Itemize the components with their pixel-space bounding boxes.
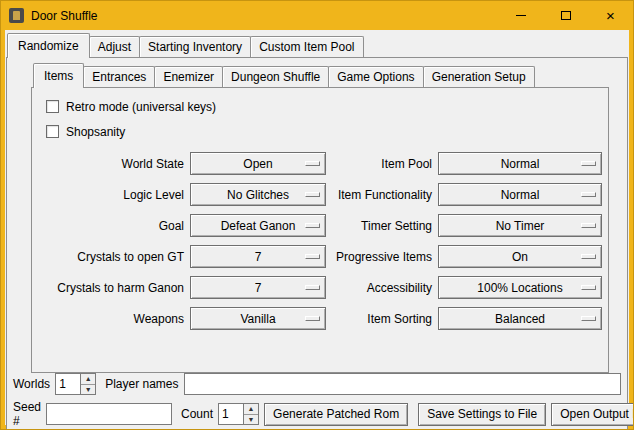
dropdown-indicator-icon [581, 161, 596, 166]
window-content: Randomize Adjust Starting Inventory Cust… [5, 30, 629, 425]
logic-level-label: Logic Level [40, 188, 186, 202]
footer-row-generate: Seed # Count ▲ ▼ Generate Patched Rom Sa… [7, 400, 627, 428]
progressive-items-dropdown[interactable]: On [438, 245, 602, 268]
save-settings-button[interactable]: Save Settings to File [418, 403, 546, 426]
items-pane: Retro mode (universal keys) Shopsanity W… [31, 87, 609, 373]
shopsanity-checkbox[interactable] [46, 125, 59, 138]
goal-label: Goal [40, 219, 186, 233]
count-stepper: ▲ ▼ [218, 403, 259, 425]
seed-input[interactable] [46, 403, 172, 425]
window-title: Door Shuffle [31, 9, 98, 23]
randomize-pane: Items Entrances Enemizer Dungeon Shuffle… [6, 57, 628, 430]
world-state-value: Open [243, 157, 272, 171]
crystals-ganon-label: Crystals to harm Ganon [40, 281, 186, 295]
retro-mode-checkbox[interactable] [46, 100, 59, 113]
tab-generation-setup[interactable]: Generation Setup [423, 66, 535, 87]
count-stepper-arrows: ▲ ▼ [243, 404, 258, 424]
retro-mode-checkbox-row[interactable]: Retro mode (universal keys) [46, 94, 600, 119]
player-names-input[interactable] [184, 373, 622, 395]
window: Door Shuffle × Randomize Adjust Starting… [0, 0, 634, 430]
item-sorting-dropdown[interactable]: Balanced [438, 307, 602, 330]
spin-down-icon[interactable]: ▼ [244, 415, 258, 425]
titlebar: Door Shuffle × [1, 1, 633, 30]
count-label: Count [181, 407, 213, 421]
goal-dropdown[interactable]: Defeat Ganon [190, 214, 326, 237]
shopsanity-label: Shopsanity [66, 125, 125, 139]
dropdown-indicator-icon [305, 316, 320, 321]
open-output-directory-button[interactable]: Open Output Directory [551, 403, 634, 426]
world-state-dropdown[interactable]: Open [190, 152, 326, 175]
progressive-items-value: On [512, 250, 528, 264]
logic-level-dropdown[interactable]: No Glitches [190, 183, 326, 206]
shopsanity-checkbox-row[interactable]: Shopsanity [46, 119, 600, 144]
timer-setting-label: Timer Setting [330, 219, 434, 233]
item-functionality-label: Item Functionality [330, 188, 434, 202]
app-icon [9, 8, 24, 23]
crystals-ganon-value: 7 [255, 281, 262, 295]
accessibility-label: Accessibility [330, 281, 434, 295]
dropdown-indicator-icon [305, 192, 320, 197]
item-pool-dropdown[interactable]: Normal [438, 152, 602, 175]
inner-tab-bar: Items Entrances Enemizer Dungeon Shuffle… [31, 63, 609, 87]
crystals-gt-label: Crystals to open GT [40, 250, 186, 264]
worlds-stepper-arrows: ▲ ▼ [80, 374, 95, 394]
tab-adjust[interactable]: Adjust [89, 36, 140, 57]
dropdown-indicator-icon [305, 285, 320, 290]
item-sorting-label: Item Sorting [330, 312, 434, 326]
tab-enemizer[interactable]: Enemizer [154, 66, 223, 87]
spin-up-icon[interactable]: ▲ [81, 374, 95, 385]
accessibility-dropdown[interactable]: 100% Locations [438, 276, 602, 299]
worlds-input[interactable] [56, 374, 80, 394]
crystals-ganon-dropdown[interactable]: 7 [190, 276, 326, 299]
item-sorting-value: Balanced [495, 312, 545, 326]
tab-randomize[interactable]: Randomize [7, 33, 90, 58]
timer-setting-value: No Timer [496, 219, 545, 233]
dropdown-indicator-icon [581, 192, 596, 197]
inner-notebook: Items Entrances Enemizer Dungeon Shuffle… [31, 63, 609, 373]
close-button[interactable]: × [588, 1, 633, 30]
tab-dungeon-shuffle[interactable]: Dungeon Shuffle [222, 66, 329, 87]
minimize-button[interactable] [498, 1, 543, 30]
options-grid: World State Open Item Pool Normal Logic … [40, 152, 600, 330]
item-functionality-value: Normal [501, 188, 540, 202]
close-icon: × [606, 8, 615, 23]
tab-entrances[interactable]: Entrances [83, 66, 155, 87]
item-pool-label: Item Pool [330, 157, 434, 171]
weapons-dropdown[interactable]: Vanilla [190, 307, 326, 330]
timer-setting-dropdown[interactable]: No Timer [438, 214, 602, 237]
player-names-label: Player names [105, 377, 178, 391]
goal-value: Defeat Ganon [221, 219, 296, 233]
dropdown-indicator-icon [581, 316, 596, 321]
weapons-value: Vanilla [240, 312, 275, 326]
generate-patched-rom-button[interactable]: Generate Patched Rom [264, 403, 408, 426]
dropdown-indicator-icon [305, 161, 320, 166]
worlds-stepper: ▲ ▼ [55, 373, 96, 395]
tab-items[interactable]: Items [33, 63, 84, 88]
maximize-button[interactable] [543, 1, 588, 30]
dropdown-indicator-icon [581, 285, 596, 290]
progressive-items-label: Progressive Items [330, 250, 434, 264]
weapons-label: Weapons [40, 312, 186, 326]
tab-game-options[interactable]: Game Options [328, 66, 423, 87]
item-pool-value: Normal [501, 157, 540, 171]
minimize-icon [516, 15, 526, 16]
tab-starting-inventory[interactable]: Starting Inventory [139, 36, 251, 57]
dropdown-indicator-icon [581, 254, 596, 259]
count-input[interactable] [219, 404, 243, 424]
crystals-gt-value: 7 [255, 250, 262, 264]
retro-mode-label: Retro mode (universal keys) [66, 100, 216, 114]
accessibility-value: 100% Locations [477, 281, 562, 295]
crystals-gt-dropdown[interactable]: 7 [190, 245, 326, 268]
outer-tab-bar: Randomize Adjust Starting Inventory Cust… [5, 33, 629, 57]
dropdown-indicator-icon [581, 223, 596, 228]
item-functionality-dropdown[interactable]: Normal [438, 183, 602, 206]
seed-label: Seed # [13, 400, 41, 428]
world-state-label: World State [40, 157, 186, 171]
logic-level-value: No Glitches [227, 188, 289, 202]
spin-down-icon[interactable]: ▼ [81, 385, 95, 395]
spin-up-icon[interactable]: ▲ [244, 404, 258, 415]
footer-row-worlds: Worlds ▲ ▼ Player names [7, 373, 627, 395]
dropdown-indicator-icon [305, 254, 320, 259]
tab-custom-item-pool[interactable]: Custom Item Pool [250, 36, 363, 57]
dropdown-indicator-icon [305, 223, 320, 228]
